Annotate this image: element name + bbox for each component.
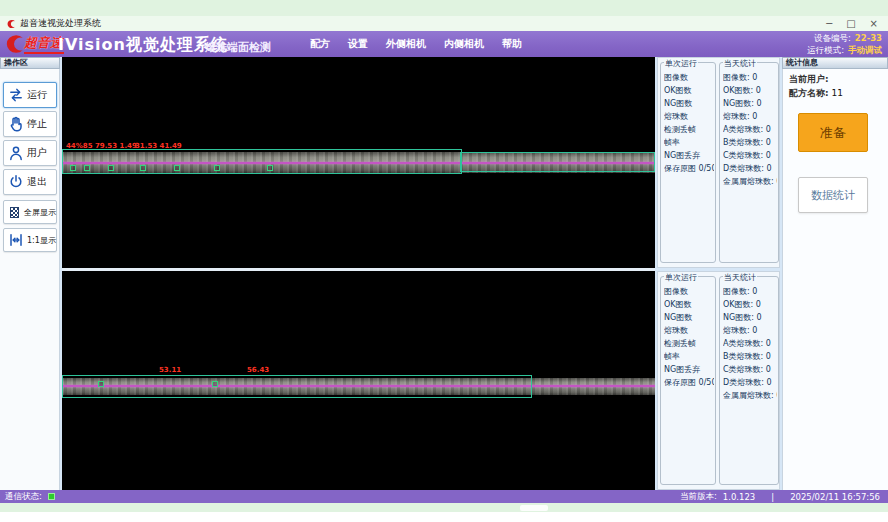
current-user-label: 当前用户: (789, 74, 829, 84)
window-titlebar: 超音速视觉处理系统 ─ □ × (0, 16, 888, 31)
stop-hand-icon (8, 116, 24, 132)
stat-row: NG图丢弃 (664, 149, 714, 162)
stat-row: 检测丢帧 (664, 337, 714, 350)
stat-row: 图像数: 0 (723, 285, 777, 298)
recipe-name-row: 配方名称:11 (789, 87, 843, 100)
exit-button[interactable]: 退出 (3, 169, 57, 195)
stat-row: B类熔珠数: 0 (723, 136, 777, 149)
stats-panel-top: 单次运行 图像数 OK图数 NG图数 熔珠数 检测丢帧 帧率 NG图丢弃 保存原… (657, 57, 780, 268)
stat-row: 图像数: 0 (723, 71, 777, 84)
detection-box (212, 381, 218, 387)
stop-button-label: 停止 (27, 117, 47, 131)
run-cycle-icon (8, 87, 24, 103)
daily-stats-title: 当天统计 (723, 58, 757, 69)
operation-panel: 运行 停止 用户 退出 全屏显示 1:1显示 (0, 69, 60, 490)
recipe-name-value: 11 (832, 88, 843, 98)
detection-rect (62, 375, 532, 398)
stat-row: 熔珠数 (664, 110, 714, 123)
taskbar-item[interactable] (520, 505, 548, 511)
one-to-one-button-label: 1:1显示 (27, 235, 56, 246)
single-run-title: 单次运行 (664, 58, 698, 69)
statusbar-separator: | (771, 492, 774, 502)
stat-row: OK图数: 0 (723, 298, 777, 311)
menu-item-outer-camera[interactable]: 外侧相机 (386, 37, 426, 51)
stat-row: 检测丢帧 (664, 123, 714, 136)
stat-row: OK图数 (664, 298, 714, 311)
prepare-button[interactable]: 准备 (798, 113, 868, 152)
run-mode-label: 运行模式: (807, 44, 844, 56)
version-label: 当前版本: (680, 491, 717, 503)
daily-stats-groupbox: 当天统计 图像数: 0 OK图数: 0 NG图数: 0 熔珠数: 0 A类熔珠数… (719, 276, 779, 485)
menu-bar: 配方 设置 外侧相机 内侧相机 帮助 (310, 31, 522, 57)
stat-row: NG图数 (664, 311, 714, 324)
run-button-label: 运行 (27, 88, 47, 102)
camera-view-bottom[interactable]: 53.11 56.43 (62, 271, 655, 490)
fullscreen-button-label: 全屏显示 (24, 207, 56, 218)
user-button[interactable]: 用户 (3, 140, 57, 166)
measurement-annotation: 56.43 (247, 366, 269, 374)
stat-row: 保存原图 0/500 (664, 376, 714, 389)
stat-row: OK图数 (664, 84, 714, 97)
detection-box (214, 165, 220, 171)
comm-status-label: 通信状态: (5, 491, 42, 503)
current-user-row: 当前用户: (789, 73, 832, 86)
stat-row: C类熔珠数: 0 (723, 149, 777, 162)
stat-row: A类熔珠数: 0 (723, 123, 777, 136)
app-logo-icon (6, 19, 16, 29)
app-title: IVision视觉处理系统 (58, 35, 228, 56)
stat-row: NG图丢弃 (664, 363, 714, 376)
stat-row: 熔珠数: 0 (723, 324, 777, 337)
menu-item-settings[interactable]: 设置 (348, 37, 368, 51)
stat-row: D类熔珠数: 0 (723, 162, 777, 175)
stat-row: NG图数 (664, 97, 714, 110)
stop-button[interactable]: 停止 (3, 111, 57, 137)
detection-box (98, 381, 104, 387)
camera-view-top[interactable]: 44%85 79.53 1.49 31.53 41.49 (62, 57, 655, 268)
stat-row: B类熔珠数: 0 (723, 350, 777, 363)
stats-panel-bottom: 单次运行 图像数 OK图数 NG图数 熔珠数 检测丢帧 帧率 NG图丢弃 保存原… (657, 271, 780, 490)
daily-stats-title: 当天统计 (723, 272, 757, 283)
device-info: 设备编号: 22-33 运行模式: 手动调试 (762, 32, 882, 56)
comm-status-indicator (48, 493, 55, 500)
measurement-annotation: 44%85 79.53 1.49 (66, 142, 137, 150)
brand-swoosh-icon (4, 34, 24, 54)
datetime-value: 2025/02/11 16:57:56 (790, 492, 880, 502)
power-icon (8, 174, 24, 190)
stat-row: 金属屑熔珠数: 0 (723, 389, 777, 402)
run-button[interactable]: 运行 (3, 82, 57, 108)
data-statistics-button[interactable]: 数据统计 (798, 177, 868, 213)
menu-item-recipe[interactable]: 配方 (310, 37, 330, 51)
stat-row: D类熔珠数: 0 (723, 376, 777, 389)
menu-item-help[interactable]: 帮助 (502, 37, 522, 51)
measurement-annotation: 31.53 41.49 (135, 142, 182, 150)
version-value: 1.0.123 (723, 492, 755, 502)
recipe-name-label: 配方名称: (789, 88, 829, 98)
stat-row: A类熔珠数: 0 (723, 337, 777, 350)
device-number-value: 22-33 (855, 32, 882, 44)
minimize-icon[interactable]: ─ (826, 16, 832, 31)
single-run-groupbox: 单次运行 图像数 OK图数 NG图数 熔珠数 检测丢帧 帧率 NG图丢弃 保存原… (660, 276, 716, 485)
one-to-one-button[interactable]: 1:1显示 (3, 228, 57, 252)
user-button-label: 用户 (27, 146, 47, 160)
device-number-label: 设备编号: (814, 32, 851, 44)
stat-row: C类熔珠数: 0 (723, 363, 777, 376)
stat-row: OK图数: 0 (723, 84, 777, 97)
close-icon[interactable]: × (870, 16, 878, 31)
detection-rect (460, 152, 655, 172)
maximize-icon[interactable]: □ (846, 16, 855, 31)
info-panel: 当前用户: 配方名称:11 准备 数据统计 (782, 69, 888, 490)
detection-box (84, 165, 90, 171)
menu-item-inner-camera[interactable]: 内侧相机 (444, 37, 484, 51)
measurement-annotation: 53.11 (159, 366, 181, 374)
stat-row: NG图数: 0 (723, 311, 777, 324)
fullscreen-button[interactable]: 全屏显示 (3, 200, 57, 224)
run-mode-value: 手动调试 (848, 44, 882, 56)
detection-box (108, 165, 114, 171)
stat-row: 帧率 (664, 136, 714, 149)
stat-row: 熔珠数: 0 (723, 110, 777, 123)
stat-row: 熔珠数 (664, 324, 714, 337)
stat-row: 图像数 (664, 71, 714, 84)
detection-box (70, 165, 76, 171)
detection-box (174, 165, 180, 171)
app-header: 超音速 IVision视觉处理系统 熔珠端面检测 配方 设置 外侧相机 内侧相机… (0, 31, 888, 57)
